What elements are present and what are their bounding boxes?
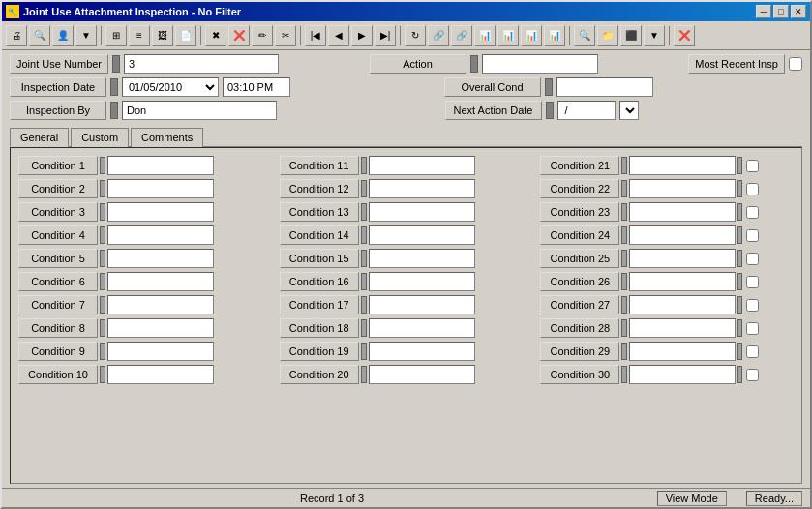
toolbar-clear-btn[interactable]: ❌ [228,25,250,46]
condition-label-6: Condition 16 [280,272,359,291]
toolbar-filter-btn[interactable]: ▼ [75,25,97,46]
toolbar-chart2-btn[interactable]: 📊 [497,25,519,46]
condition-checkbox[interactable] [746,369,759,381]
condition-checkbox[interactable] [746,206,759,219]
toolbar-link2-btn[interactable]: 🔗 [451,25,472,46]
toolbar-close-btn[interactable]: ❌ [674,25,695,46]
toolbar-delete-btn[interactable]: ✖ [205,25,226,46]
condition-input[interactable] [107,156,214,175]
condition-input[interactable] [107,365,214,384]
condition-checkbox[interactable] [746,345,759,358]
condition-input[interactable] [629,249,736,268]
condition-input[interactable] [369,249,475,268]
condition-input[interactable] [107,225,214,245]
condition-sep2 [737,296,742,314]
toolbar-edit-btn[interactable]: ✏ [252,25,273,46]
inspection-by-input[interactable] [122,101,277,120]
condition-checkbox[interactable] [746,183,759,195]
condition-sep [100,296,105,314]
condition-input[interactable] [629,318,736,338]
toolbar-chart4-btn[interactable]: 📊 [544,25,565,46]
tab-custom[interactable]: Custom [71,128,129,147]
action-input[interactable] [482,54,598,74]
close-button[interactable]: ✕ [791,5,806,18]
toolbar-chart3-btn[interactable]: 📊 [521,25,542,46]
condition-input[interactable] [369,365,475,384]
condition-label-1: Condition 21 [540,156,619,175]
condition-sep [100,157,105,174]
condition-input[interactable] [107,295,214,314]
condition-checkbox[interactable] [746,299,759,312]
condition-input[interactable] [629,179,736,198]
condition-label-6: Condition 6 [18,272,98,291]
most-recent-insp-checkbox[interactable] [789,57,802,71]
condition-checkbox[interactable] [746,229,759,242]
condition-checkbox[interactable] [746,322,759,335]
condition-sep2 [737,319,742,337]
condition-input[interactable] [369,156,475,175]
condition-input[interactable] [629,225,736,245]
toolbar-last-btn[interactable]: ▶| [375,25,396,46]
toolbar-cut-btn[interactable]: ✂ [275,25,296,46]
condition-input[interactable] [107,179,214,198]
toolbar-dropdown-btn[interactable]: ▼ [644,25,665,46]
condition-input[interactable] [107,342,214,361]
condition-input[interactable] [629,365,736,384]
condition-input[interactable] [107,249,214,268]
overall-cond-input[interactable] [556,77,653,97]
condition-sep [100,343,105,360]
tab-general[interactable]: General [10,128,69,147]
toolbar-magnify-btn[interactable]: 🔍 [574,25,595,46]
toolbar-doc-btn[interactable]: 📄 [175,25,196,46]
condition-sep [361,226,367,244]
condition-input[interactable] [629,202,736,222]
toolbar-img-btn[interactable]: 🖼 [152,25,173,46]
toolbar-search-btn[interactable]: 🔍 [29,25,50,46]
minimize-button[interactable]: ─ [756,5,771,18]
conditions-col-3: Condition 21Condition 22Condition 23Cond… [540,156,794,384]
toolbar-grid-btn[interactable]: ⊞ [105,25,127,46]
overall-cond-label: Overall Cond [444,77,541,97]
condition-input[interactable] [369,225,475,245]
condition-checkbox[interactable] [746,160,759,172]
toolbar-list-btn[interactable]: ≡ [129,25,150,46]
condition-label-7: Condition 7 [18,295,98,314]
toolbar-link1-btn[interactable]: 🔗 [428,25,449,46]
condition-input[interactable] [369,295,475,314]
tab-comments[interactable]: Comments [131,128,203,147]
form-row-2: Inspection Date 01/05/2010 Overall Cond [10,77,802,97]
toolbar-next-btn[interactable]: ▶ [351,25,373,46]
toolbar-chart1-btn[interactable]: 📊 [474,25,496,46]
next-action-date-input[interactable] [557,101,616,120]
condition-checkbox[interactable] [746,253,759,265]
maximize-button[interactable]: □ [773,5,789,18]
toolbar-prev-btn[interactable]: ◀ [328,25,349,46]
condition-sep [621,226,627,244]
condition-input[interactable] [107,202,214,222]
condition-sep [621,157,627,174]
toolbar-folder-btn[interactable]: 📁 [597,25,618,46]
condition-input[interactable] [107,318,214,338]
condition-input[interactable] [369,318,475,338]
toolbar-first-btn[interactable]: |◀ [305,25,326,46]
condition-input[interactable] [107,272,214,291]
condition-row: Condition 3 [18,202,272,222]
condition-input[interactable] [629,295,736,314]
toolbar-square-btn[interactable]: ⬛ [620,25,642,46]
toolbar-refresh-btn[interactable]: ↻ [405,25,426,46]
condition-input[interactable] [369,202,475,222]
condition-input[interactable] [629,272,736,291]
condition-input[interactable] [629,342,736,361]
joint-use-number-input[interactable] [124,54,279,74]
inspection-date-select[interactable]: 01/05/2010 [122,77,219,97]
toolbar-user-btn[interactable]: 👤 [52,25,74,46]
condition-checkbox[interactable] [746,276,759,288]
condition-input[interactable] [369,179,475,198]
toolbar-print-btn[interactable]: 🖨 [6,25,27,46]
condition-input[interactable] [369,342,475,361]
inspection-time-input[interactable] [223,77,290,97]
condition-input[interactable] [629,156,736,175]
condition-row: Condition 18 [280,318,533,338]
next-action-date-select[interactable]: ▼ [619,101,639,120]
condition-input[interactable] [369,272,475,291]
